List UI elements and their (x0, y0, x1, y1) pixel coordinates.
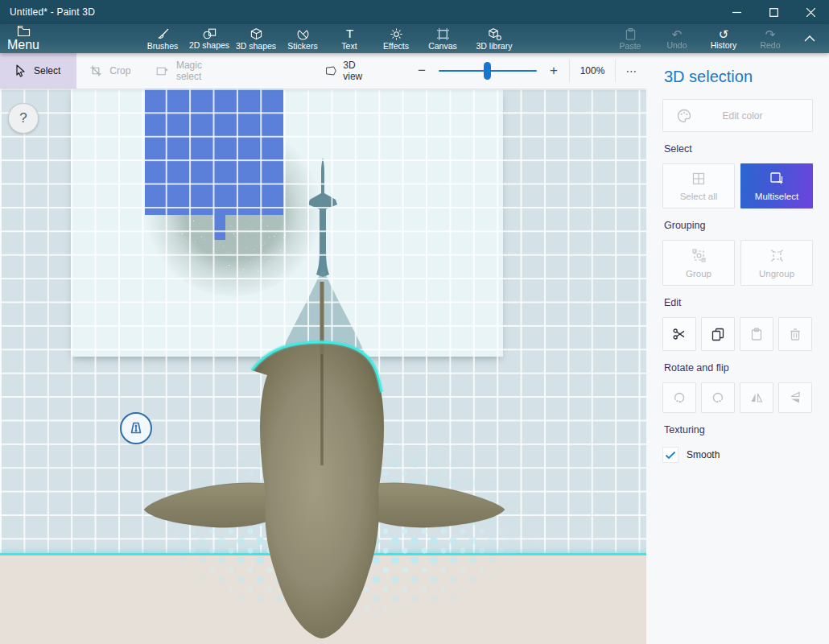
close-button[interactable] (792, 0, 829, 24)
zoom-controls: − + 100% ⋯ (408, 53, 646, 89)
shark-left-fin (144, 483, 276, 527)
2d-shapes-button[interactable]: 2D shapes (186, 24, 233, 53)
rotate-right-icon (711, 390, 725, 405)
copy-icon (711, 327, 725, 341)
stickers-icon (296, 27, 310, 41)
help-button[interactable]: ? (8, 103, 39, 134)
ungroup-button[interactable]: Ungroup (740, 240, 813, 286)
paste-icon (625, 27, 637, 41)
magic-select-icon (156, 65, 169, 77)
titlebar: Untitled* - Paint 3D (0, 0, 829, 24)
paste-panel-button[interactable] (740, 317, 773, 351)
multiselect-icon (769, 171, 785, 186)
effects-label: Effects (383, 42, 409, 51)
edit-color-button[interactable]: Edit color (662, 99, 813, 132)
copy-button[interactable] (701, 317, 735, 351)
depth-control-icon (127, 419, 145, 437)
edit-buttons (662, 317, 813, 351)
brushes-button[interactable]: Brushes (139, 24, 186, 53)
3d-shapes-button[interactable]: 3D shapes (233, 24, 279, 53)
select-all-button[interactable]: Select all (662, 163, 735, 208)
more-options-button[interactable]: ⋯ (617, 64, 646, 77)
select-section-label: Select (664, 143, 813, 155)
maximize-icon (769, 8, 778, 17)
flip-vertical-icon (788, 390, 802, 405)
canvas-button[interactable]: Canvas (419, 24, 466, 53)
collapse-ribbon-button[interactable] (794, 24, 826, 53)
2d-shapes-icon (202, 27, 217, 40)
chevron-up-icon (804, 35, 815, 42)
3d-library-button[interactable]: 3D library (466, 24, 522, 53)
redo-button[interactable]: ↷ Redo (747, 24, 794, 53)
close-icon (806, 8, 815, 17)
crop-icon (89, 64, 102, 77)
multiselect-label: Multiselect (755, 192, 798, 201)
undo-label: Undo (666, 41, 687, 50)
workspace: Select Crop Magic select 3D view − (0, 53, 646, 644)
effects-icon (390, 27, 403, 41)
shark-body (252, 343, 384, 638)
paste-panel-icon (749, 327, 764, 341)
3d-selection-panel: 3D selection Edit color Select Select al… (646, 53, 829, 644)
paste-button[interactable]: Paste (607, 24, 654, 53)
toolbar-tools: Brushes 2D shapes 3D shapes Stickers T T… (139, 24, 522, 53)
minimize-button[interactable] (718, 0, 755, 24)
group-icon (691, 248, 707, 263)
cut-icon (672, 327, 687, 341)
delete-button[interactable] (778, 317, 812, 351)
rotate-left-button[interactable] (662, 382, 696, 413)
text-icon: T (343, 27, 357, 41)
grouping-buttons: Group Ungroup (662, 240, 813, 286)
zoom-slider[interactable] (439, 53, 537, 89)
group-label: Group (686, 269, 711, 279)
history-icon: ↺ (719, 28, 729, 40)
divider (569, 60, 570, 82)
brush-icon (156, 27, 170, 41)
undo-button[interactable]: ↶ Undo (654, 24, 700, 53)
canvas-viewport[interactable]: ? (0, 89, 646, 644)
select-cursor-icon (14, 64, 27, 77)
3d-shapes-icon (250, 27, 263, 41)
trash-icon (788, 327, 802, 341)
rotate-right-button[interactable] (701, 382, 735, 413)
magic-select-button[interactable]: Magic select (143, 53, 233, 89)
shark-3d-model[interactable] (0, 89, 646, 644)
redo-label: Redo (760, 41, 780, 50)
edit-section-label: Edit (664, 297, 813, 308)
crop-tool-button[interactable]: Crop (76, 53, 143, 89)
select-tool-label: Select (34, 65, 60, 76)
maximize-button[interactable] (755, 0, 792, 24)
stickers-button[interactable]: Stickers (279, 24, 326, 53)
texturing-section-label: Texturing (664, 424, 813, 436)
smooth-label: Smooth (687, 449, 720, 460)
select-buttons: Select all Multiselect (662, 163, 813, 208)
edit-color-label: Edit color (692, 110, 793, 122)
effects-button[interactable]: Effects (373, 24, 419, 53)
group-button[interactable]: Group (662, 240, 735, 286)
3d-view-button[interactable]: 3D view (312, 53, 384, 89)
depth-control-handle[interactable] (120, 412, 152, 444)
text-button[interactable]: T Text (326, 24, 373, 53)
smooth-checkbox[interactable] (662, 447, 678, 463)
zoom-value[interactable]: 100% (571, 65, 613, 76)
flip-horizontal-button[interactable] (740, 382, 773, 413)
multiselect-button[interactable]: Multiselect (740, 163, 813, 208)
menu-button[interactable]: Menu (0, 24, 47, 53)
redo-icon: ↷ (765, 28, 776, 40)
history-button[interactable]: ↺ History (700, 24, 747, 53)
cut-button[interactable] (662, 317, 696, 351)
canvas-label: Canvas (428, 42, 457, 51)
brushes-label: Brushes (147, 42, 179, 51)
history-label: History (711, 41, 737, 50)
divider (615, 60, 616, 82)
zoom-in-button[interactable]: + (540, 53, 567, 89)
crop-tool-label: Crop (109, 65, 130, 76)
zoom-slider-thumb[interactable] (484, 62, 491, 80)
select-tool-button[interactable]: Select (0, 53, 76, 89)
flip-vertical-button[interactable] (778, 382, 812, 413)
panel-title: 3D selection (664, 68, 813, 86)
zoom-out-button[interactable]: − (408, 53, 435, 89)
window-title: Untitled* - Paint 3D (0, 6, 718, 18)
palette-icon (676, 108, 692, 124)
paste-label: Paste (620, 42, 641, 51)
